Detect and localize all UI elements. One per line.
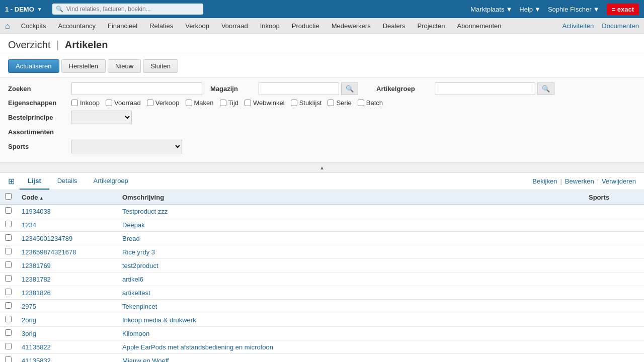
checkbox-voorraad[interactable]: Voorraad: [106, 99, 141, 107]
checkbox-webwinkel[interactable]: Webwinkel: [245, 99, 285, 107]
article-code-link[interactable]: 41135832: [22, 357, 51, 363]
checkbox-inkoop[interactable]: Inkoop: [71, 99, 100, 107]
checkbox-input-serie[interactable]: [328, 100, 334, 106]
magazijn-search-button[interactable]: 🔍: [341, 82, 358, 95]
bewerken-link[interactable]: Bewerken: [565, 177, 594, 185]
main-nav-item-cockpits[interactable]: Cockpits: [15, 19, 52, 33]
checkbox-verkoop[interactable]: Verkoop: [147, 99, 180, 107]
sluiten-button[interactable]: Sluiten: [143, 59, 178, 73]
checkbox-input-inkoop[interactable]: [71, 100, 78, 106]
activiteiten-link[interactable]: Activiteiten: [562, 22, 594, 30]
checkbox-tijd[interactable]: Tijd: [220, 99, 238, 107]
sports-column-header[interactable]: Sports: [584, 190, 644, 205]
row-checkbox-2[interactable]: [5, 234, 12, 241]
select-all-checkbox[interactable]: [5, 193, 12, 200]
tab-details[interactable]: Details: [49, 173, 86, 190]
main-nav-item-relaties[interactable]: Relaties: [143, 19, 179, 33]
magazijn-input[interactable]: [259, 82, 339, 95]
demo-selector[interactable]: 1 - DEMO ▼: [5, 6, 42, 13]
article-code-link[interactable]: 12345001234789: [22, 235, 72, 242]
main-nav-item-verkoop[interactable]: Verkoop: [179, 19, 215, 33]
article-omschrijving-link[interactable]: Bread: [122, 235, 140, 242]
global-search-input[interactable]: [52, 4, 203, 15]
article-code-link[interactable]: 12381826: [22, 289, 51, 297]
bestelprincipe-select[interactable]: [71, 111, 132, 124]
row-checkbox-4[interactable]: [5, 261, 12, 268]
nieuw-button[interactable]: Nieuw: [108, 59, 141, 73]
checkbox-input-maken[interactable]: [186, 100, 192, 106]
checkbox-input-stuklijst[interactable]: [291, 100, 297, 106]
article-code-link[interactable]: 3orig: [22, 330, 36, 337]
article-code-link[interactable]: 11934033: [22, 208, 51, 215]
article-omschrijving-link[interactable]: artikeltest: [122, 289, 150, 297]
row-checkbox-11[interactable]: [5, 356, 12, 362]
article-code-link[interactable]: 1234: [22, 221, 36, 229]
checkbox-stuklijst[interactable]: Stuklijst: [291, 99, 322, 107]
main-nav-item-inkoop[interactable]: Inkoop: [254, 19, 286, 33]
verwijderen-link[interactable]: Verwijderen: [602, 177, 636, 185]
row-checkbox-6[interactable]: [5, 289, 12, 295]
article-code-link[interactable]: 12381782: [22, 276, 51, 283]
marktplaats-link[interactable]: Marktplaats ▼: [470, 6, 512, 13]
herstellen-button[interactable]: Herstellen: [61, 59, 106, 73]
user-link[interactable]: Sophie Fischer ▼: [548, 6, 600, 13]
documenten-link[interactable]: Documenten: [602, 22, 639, 30]
row-checkbox-0[interactable]: [5, 207, 12, 214]
article-omschrijving-link[interactable]: Apple EarPods met afstandsbediening en m…: [122, 343, 273, 351]
code-column-header[interactable]: Code: [17, 190, 117, 205]
article-omschrijving-link[interactable]: test2product: [122, 262, 158, 269]
main-nav-item-accountancy[interactable]: Accountancy: [52, 19, 102, 33]
article-omschrijving-link[interactable]: Testproduct zzz: [122, 208, 168, 215]
table-body: 11934033Testproduct zzz1234Deepak1234500…: [0, 205, 644, 363]
row-checkbox-7[interactable]: [5, 302, 12, 309]
main-nav-item-abonnementen[interactable]: Abonnementen: [451, 19, 507, 33]
article-code-link[interactable]: 41135822: [22, 343, 51, 351]
main-nav-item-projecten[interactable]: Projecten: [411, 19, 451, 33]
article-code-link[interactable]: 12381769: [22, 262, 51, 269]
tab-expand-icon[interactable]: ⊞: [8, 173, 15, 189]
main-nav-item-financieel[interactable]: Financieel: [102, 19, 143, 33]
sports-select[interactable]: [71, 140, 182, 153]
row-checkbox-8[interactable]: [5, 316, 12, 322]
row-checkbox-10[interactable]: [5, 343, 12, 349]
article-code-link[interactable]: 2orig: [22, 316, 36, 324]
checkbox-serie[interactable]: Serie: [328, 99, 351, 107]
home-icon[interactable]: ⌂: [5, 22, 10, 31]
article-omschrijving-link[interactable]: Rice yrdy 3: [122, 248, 155, 256]
main-nav-item-productie[interactable]: Productie: [286, 19, 326, 33]
checkbox-input-batch[interactable]: [358, 100, 364, 106]
collapse-row[interactable]: ▲: [0, 163, 644, 173]
article-omschrijving-link[interactable]: Tekenpincet: [122, 303, 157, 310]
user-arrow-icon: ▼: [593, 6, 600, 13]
row-checkbox-5[interactable]: [5, 275, 12, 282]
bekijken-link[interactable]: Bekijken: [532, 177, 557, 185]
row-checkbox-9[interactable]: [5, 329, 12, 336]
main-nav-item-medewerkers[interactable]: Medewerkers: [326, 19, 377, 33]
row-checkbox-1[interactable]: [5, 221, 12, 227]
row-checkbox-3[interactable]: [5, 248, 12, 254]
article-omschrijving-link[interactable]: Miauw en Woeff: [122, 357, 169, 363]
main-nav-item-dealers[interactable]: Dealers: [377, 19, 412, 33]
article-omschrijving-link[interactable]: Inkoop media & drukwerk: [122, 316, 196, 324]
article-sports: [584, 232, 644, 245]
actualiseren-button[interactable]: Actualiseren: [8, 59, 59, 73]
article-code-link[interactable]: 2975: [22, 303, 36, 310]
artikelgroep-input[interactable]: [435, 82, 535, 95]
article-omschrijving-link[interactable]: artikel6: [122, 276, 143, 283]
tab-lijst[interactable]: Lijst: [20, 173, 49, 190]
article-code-link[interactable]: 123659874321678: [22, 248, 76, 256]
article-omschrijving-link[interactable]: Deepak: [122, 221, 145, 229]
checkbox-input-voorraad[interactable]: [106, 100, 112, 106]
checkbox-input-tijd[interactable]: [220, 100, 226, 106]
help-link[interactable]: Help ▼: [519, 6, 541, 13]
zoeken-input[interactable]: [71, 82, 202, 95]
checkbox-batch[interactable]: Batch: [358, 99, 383, 107]
article-omschrijving-link[interactable]: Kilomoon: [122, 330, 149, 337]
checkbox-input-verkoop[interactable]: [147, 100, 153, 106]
checkbox-input-webwinkel[interactable]: [245, 100, 251, 106]
main-nav-item-voorraad[interactable]: Voorraad: [215, 19, 254, 33]
checkbox-maken[interactable]: Maken: [186, 99, 214, 107]
tab-artikelgroep[interactable]: Artikelgroep: [85, 173, 136, 190]
omschrijving-column-header[interactable]: Omschrijving: [117, 190, 584, 205]
artikelgroep-search-button[interactable]: 🔍: [537, 82, 554, 95]
